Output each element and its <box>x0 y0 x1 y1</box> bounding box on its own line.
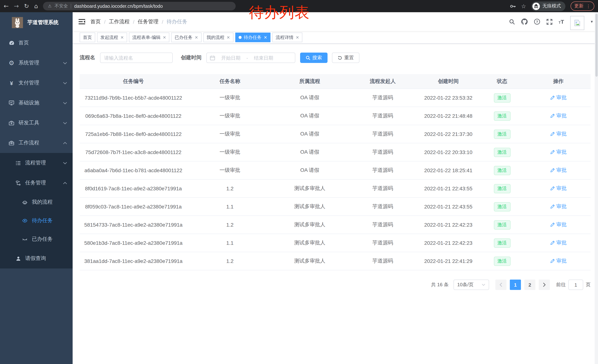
cell-status: 激活 <box>478 202 526 211</box>
date-range-picker[interactable]: - <box>206 53 295 63</box>
font-size-icon[interactable]: TT <box>559 19 564 24</box>
tab-home[interactable]: 首页 <box>80 32 95 42</box>
sidebar-item-done-tasks[interactable]: 已办任务 <box>0 230 73 249</box>
table-row: 580e1b3d-7ac8-11ec-a9e2-a2380e71991a 1.1… <box>80 234 590 252</box>
bookmark-star-icon[interactable]: ☆ <box>521 3 526 9</box>
sidebar-item-label: 已办任务 <box>32 236 67 243</box>
goto-page-input[interactable] <box>568 280 583 290</box>
next-page-button[interactable] <box>539 280 550 290</box>
sidebar-item-workflow[interactable]: 工作流程 <box>0 133 73 153</box>
dashboard-icon <box>8 40 15 46</box>
create-time-label: 创建时间 <box>181 54 201 61</box>
sidebar-item-system[interactable]: ⚙ 系统管理 <box>0 53 73 73</box>
close-icon[interactable]: ✕ <box>120 35 124 40</box>
sidebar-item-payment[interactable]: ¥ 支付管理 <box>0 73 73 93</box>
password-key-icon[interactable] <box>510 3 516 9</box>
sidebar-logo[interactable]: 芋道管理系统 <box>0 12 73 33</box>
approve-link[interactable]: 审批 <box>550 203 567 210</box>
url-bar[interactable]: ⚠ 不安全 dashboard.yudao.iocoder.cn/bpm/tas… <box>43 2 236 10</box>
tab-process-form-edit[interactable]: 流程表单-编辑✕ <box>129 32 169 42</box>
cell-task-name: 1.2 <box>187 186 273 191</box>
cell-actions: 审批 <box>526 167 590 174</box>
process-name-label: 流程名 <box>80 54 95 61</box>
page-button-2[interactable]: 2 <box>524 280 535 290</box>
close-icon[interactable]: ✕ <box>195 35 198 40</box>
cell-create-time: 2022-01-21 22:43:55 <box>419 204 478 210</box>
tree-icon <box>15 180 22 186</box>
update-button[interactable]: 更新 ⋮ <box>571 1 594 11</box>
sidebar-item-leave-query[interactable]: 请假查询 <box>0 249 73 268</box>
close-icon[interactable]: ✕ <box>296 35 299 40</box>
forward-icon[interactable]: → <box>14 3 19 9</box>
approve-link[interactable]: 审批 <box>550 167 567 174</box>
scrollbar[interactable] <box>595 12 598 364</box>
close-icon[interactable]: ✕ <box>227 35 230 40</box>
approve-link[interactable]: 审批 <box>550 240 567 246</box>
sidebar-item-task-management[interactable]: 任务管理 <box>0 173 73 193</box>
search-icon[interactable] <box>509 19 515 25</box>
table-row: 069c6a63-7b8a-11ec-8ef0-acde48001122 一级审… <box>80 107 590 125</box>
sidebar-item-todo-tasks[interactable]: 待办任务 <box>0 211 73 230</box>
approve-link[interactable]: 审批 <box>550 258 567 264</box>
tab-start-process[interactable]: 发起流程✕ <box>97 32 127 42</box>
approve-link[interactable]: 审批 <box>550 185 567 192</box>
cell-status: 激活 <box>478 256 526 266</box>
table-row: 8f0d1619-7ac8-11ec-a9e2-a2380e71991a 1.2… <box>80 180 590 198</box>
table-header: 任务编号 任务名称 所属流程 流程发起人 创建时间 状态 操作 <box>80 74 590 89</box>
cell-process: OA 请假 <box>273 113 347 119</box>
avatar[interactable] <box>570 16 584 30</box>
chevron-down-icon <box>63 62 67 64</box>
sidebar-item-process-management[interactable]: 流程管理 <box>0 153 73 173</box>
cell-task-id: 381aa1dd-7ac8-11ec-a9e2-a2380e71991a <box>80 258 187 264</box>
sidebar-collapse-icon[interactable] <box>79 19 85 24</box>
reload-icon[interactable]: ↻ <box>24 3 29 9</box>
prev-page-button[interactable] <box>495 280 507 290</box>
page-button-1[interactable]: 1 <box>510 280 521 290</box>
approve-link[interactable]: 审批 <box>550 94 567 101</box>
kebab-menu-icon[interactable]: ⋮ <box>586 4 590 9</box>
list-icon <box>15 160 22 166</box>
back-icon[interactable]: ← <box>4 3 9 9</box>
tab-done-tasks[interactable]: 已办任务✕ <box>171 32 201 42</box>
approve-link[interactable]: 审批 <box>550 131 567 138</box>
search-button[interactable]: 搜索 <box>300 53 328 63</box>
home-icon[interactable]: ⌂ <box>34 3 38 9</box>
cell-actions: 审批 <box>526 185 590 192</box>
col-actions: 操作 <box>526 78 590 85</box>
start-date-input[interactable] <box>217 55 245 61</box>
page-size-select[interactable]: 10条/页 <box>454 280 489 290</box>
close-icon[interactable]: ✕ <box>163 35 166 40</box>
tab-process-detail[interactable]: 流程详情✕ <box>272 32 302 42</box>
cell-initiator: 芋道源码 <box>347 149 419 155</box>
sidebar-item-my-process[interactable]: 我的流程 <box>0 193 73 211</box>
avatar-caret-icon[interactable]: ▾ <box>591 19 593 24</box>
sidebar-item-label: 系统管理 <box>18 60 63 66</box>
approve-link[interactable]: 审批 <box>550 149 567 155</box>
sidebar-item-label: 研发工具 <box>18 120 63 126</box>
approve-link[interactable]: 审批 <box>550 221 567 228</box>
sidebar-item-home[interactable]: 首页 <box>0 33 73 53</box>
scrollbar-thumb[interactable] <box>595 14 598 77</box>
tab-my-process[interactable]: 我的流程✕ <box>203 32 233 42</box>
help-icon[interactable]: ? <box>534 18 540 25</box>
breadcrumb-task-management[interactable]: 任务管理 <box>138 18 158 25</box>
approve-link[interactable]: 审批 <box>550 113 567 119</box>
tab-todo-tasks[interactable]: 待办任务✕ <box>235 32 270 42</box>
breadcrumb-home[interactable]: 首页 <box>91 18 101 25</box>
breadcrumb-workflow[interactable]: 工作流程 <box>109 18 130 25</box>
sidebar-item-label: 首页 <box>18 40 67 46</box>
cell-initiator: 芋道源码 <box>347 94 419 101</box>
pagination: 共 16 条 10条/页 1 2 前往 <box>80 280 590 290</box>
status-badge: 激活 <box>494 111 510 121</box>
cell-process: 测试多审批人 <box>273 258 347 264</box>
end-date-input[interactable] <box>249 55 278 61</box>
cell-task-id: 725a1eb6-7b88-11ec-8ef0-acde48001122 <box>80 131 187 137</box>
reset-button[interactable]: 重置 <box>332 53 359 63</box>
github-icon[interactable] <box>521 18 528 25</box>
fullscreen-icon[interactable] <box>547 19 552 25</box>
cell-task-name: 1.1 <box>187 204 273 210</box>
close-icon[interactable]: ✕ <box>264 35 267 40</box>
sidebar-item-infrastructure[interactable]: 基础设施 <box>0 93 73 113</box>
process-name-input[interactable] <box>100 53 173 63</box>
sidebar-item-devtools[interactable]: 研发工具 <box>0 113 73 133</box>
